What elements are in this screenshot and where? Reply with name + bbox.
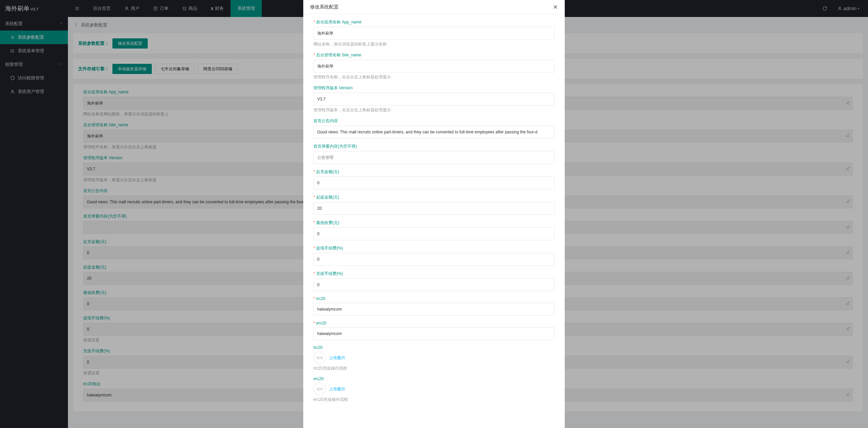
upload-erc20-image-button[interactable]: 上传图片 [329, 386, 345, 392]
input-min-recharge[interactable] [313, 176, 555, 189]
image-placeholder-icon: 404 [313, 352, 326, 364]
field-label-min-recharge: 起充金额(元) [313, 169, 555, 175]
field-help: 管理程序版本，在后台左上角标题处理显示 [313, 107, 555, 113]
field-label-recharge-fee: 充值手续费(%) [313, 271, 555, 277]
modal-title: 修改系统配置 [310, 4, 339, 10]
field-label-trc20-img: trc20 [313, 345, 555, 350]
modal-body: 前台应用名称 App_name 网站名称，将在浏览器的标签上显示名称 后台管理名… [303, 14, 565, 417]
field-label-min-fee: 最低收费(元) [313, 220, 555, 226]
input-appname[interactable] [313, 27, 555, 40]
field-label-sitename: 后台管理名称 Site_name [313, 52, 555, 58]
field-label-erc20: erc20 [313, 321, 555, 325]
image-placeholder-icon: 404 [313, 383, 326, 395]
field-label-erc20-img: erc20 [313, 376, 555, 381]
field-help: 管理程序名称，在后台左上角标题处理显示 [313, 74, 555, 80]
input-min-withdraw[interactable] [313, 202, 555, 215]
input-notice[interactable] [313, 126, 555, 138]
input-version[interactable] [313, 93, 555, 106]
input-popup[interactable] [313, 151, 555, 164]
field-help: 网站名称，将在浏览器的标签上显示名称 [313, 41, 555, 47]
field-label-version: 管理程序版本 Version [313, 85, 555, 91]
input-min-fee[interactable] [313, 227, 555, 240]
modal-header: 修改系统配置 ✕ [303, 0, 565, 14]
field-label-notice: 首页公告内容 [313, 118, 555, 124]
field-help: trc20充值操作流程 [313, 366, 555, 371]
input-withdraw-fee[interactable] [313, 253, 555, 266]
field-label-min-withdraw: 起提金额(元) [313, 194, 555, 200]
edit-config-modal: 修改系统配置 ✕ 前台应用名称 App_name 网站名称，将在浏览器的标签上显… [303, 0, 565, 417]
field-label-appname: 前台应用名称 App_name [313, 19, 555, 25]
close-icon[interactable]: ✕ [553, 3, 558, 11]
input-sitename[interactable] [313, 60, 555, 73]
upload-trc20-image-button[interactable]: 上传图片 [329, 355, 345, 361]
input-erc20[interactable] [313, 327, 555, 340]
input-trc20[interactable] [313, 303, 555, 316]
field-help: erc20充值操作流程 [313, 397, 555, 403]
field-label-popup: 首页弹窗内容(为空不弹) [313, 144, 555, 149]
field-label-trc20: trc20 [313, 296, 555, 301]
input-recharge-fee[interactable] [313, 278, 555, 291]
field-label-withdraw-fee: 提现手续费(%) [313, 245, 555, 251]
